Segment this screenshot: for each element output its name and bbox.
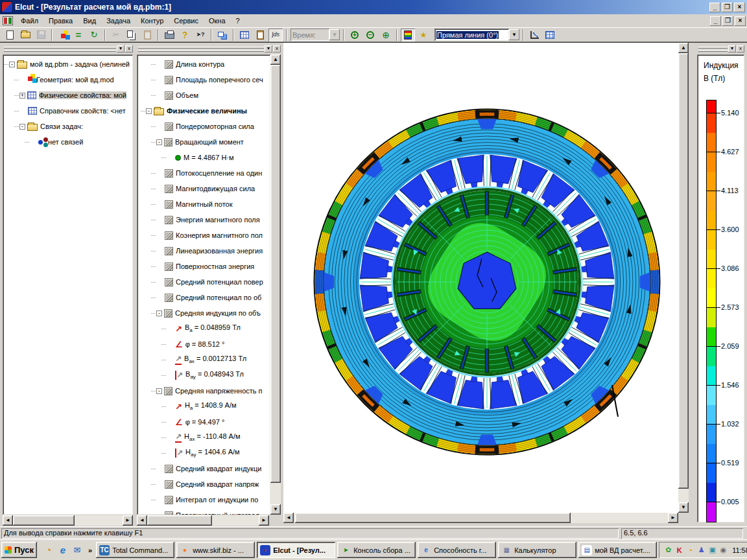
panel-close-icon[interactable]: x [125,45,133,52]
panel-grip[interactable] [698,47,728,49]
menu-item-4[interactable]: Задача [101,15,136,27]
volume-icon[interactable]: ◉ [718,545,728,555]
internet-explorer-icon[interactable]: e [57,544,69,556]
panel-menu-icon[interactable]: ▾ [728,45,736,52]
problem-hscrollbar[interactable]: ◄ ► [3,515,133,526]
close-button[interactable]: × [734,3,745,12]
results-tree-item[interactable]: Длина контура [141,56,270,72]
open-button[interactable] [18,29,32,41]
legend-panel-header[interactable]: ▾ x [697,45,744,53]
print-button[interactable] [162,29,176,41]
results-tree-item[interactable]: Интеграл от индукции по [141,492,270,508]
mdi-minimize-button[interactable]: _ [710,16,721,26]
scroll-up-icon[interactable]: ▲ [270,54,281,65]
field-picture-button[interactable] [401,29,415,41]
mdi-restore-button[interactable]: ❐ [722,16,733,26]
results-vscrollbar[interactable]: ▲ ▼ [270,54,281,515]
messenger-icon[interactable]: ♟ [696,545,706,555]
collapse-minus-icon[interactable]: - [156,310,162,316]
results-tree-item[interactable]: Поверхностная энергия [141,259,270,274]
chevron-down-icon[interactable]: ▼ [509,29,519,40]
save-button[interactable] [34,29,48,41]
results-tree-item[interactable]: Потокосцепление на один [141,165,270,181]
collapse-minus-icon[interactable]: - [19,124,25,130]
results-tree-item[interactable]: ↗Bay = 0.048943 Тл [141,368,270,383]
results-tree-item[interactable]: Площадь поперечного сеч [141,72,270,88]
scroll-left-icon[interactable]: ◄ [283,513,294,523]
zoom-extents-button[interactable]: ⊕ [379,29,393,41]
scroll-thumb[interactable] [678,53,689,489]
expand-plus-icon[interactable]: + [19,93,25,99]
results-tree-item[interactable]: -Физические величины [141,103,270,119]
scroll-thumb[interactable] [147,515,212,526]
results-tree-item[interactable]: ↗Ha = 1408.9 А/м [141,399,270,414]
menu-item-8[interactable]: ? [231,15,245,27]
results-tree-item[interactable]: ↗Bax = 0.0012713 Тл [141,352,270,368]
problem-tree-item[interactable]: Справочник свойств: <нет [4,103,133,119]
results-tree-item[interactable]: Энергия магнитного поля [141,212,270,228]
results-tree-item[interactable]: Средний потенциал повер [141,274,270,290]
results-tree-item[interactable]: Поверхностный интеграл [141,508,270,515]
results-hscrollbar[interactable]: ◄ ► [137,515,269,526]
problem-tree-item[interactable]: нет связей [4,134,133,150]
task-button[interactable]: eСпособность г... [418,542,496,558]
panel-grip[interactable] [698,50,728,52]
task-button[interactable]: TCTotal Command... [96,542,174,558]
restore-button[interactable]: ❐ [722,3,733,12]
network-monitor-icon[interactable]: ▣ [707,545,717,555]
results-tree-item[interactable]: Коэнергия магнитного пол [141,228,270,243]
zoom-in-button[interactable]: + [348,29,362,41]
results-tree-item[interactable]: Магнитодвижущая сила [141,181,270,196]
copy-button[interactable] [124,29,139,41]
task-button[interactable]: ➤Консоль сбора ... [337,542,416,558]
menu-item-6[interactable]: Сервис [169,15,204,27]
problem-tree-item[interactable]: -мой вд.pbm - задача (нелиней [4,56,133,72]
scroll-right-icon[interactable]: ► [259,515,269,526]
kaspersky-icon[interactable]: K [674,545,684,555]
menu-item-7[interactable]: Окна [204,15,231,27]
table-button[interactable] [543,29,557,41]
results-tree-item[interactable]: -Средняя напряженность п [141,383,270,399]
outlook-express-icon[interactable]: ✉ [71,544,83,556]
collapse-minus-icon[interactable]: - [9,62,15,67]
results-tree-item[interactable]: ∠φ = 94.497 ° [141,414,270,430]
scroll-left-icon[interactable]: ◄ [3,515,13,526]
results-tree-item[interactable]: -Вращающий момент [141,134,270,150]
calc-table-button[interactable] [237,29,252,41]
collapse-minus-icon[interactable]: - [156,388,162,394]
problem-tree-item[interactable]: -Связи задач: [4,119,133,134]
panel-close-icon[interactable]: x [273,45,281,52]
results-tree-item[interactable]: Объем [141,88,270,103]
field-plot[interactable] [283,43,678,513]
document-icon[interactable] [3,16,13,25]
results-tree-item[interactable]: Пондеромоторная сила [141,119,270,134]
scroll-thumb[interactable] [13,515,75,526]
panel-grip[interactable] [138,50,264,52]
menu-item-2[interactable]: Правка [43,15,78,27]
results-tree-item[interactable]: Магнитный поток [141,196,270,212]
paste-button[interactable] [140,29,154,41]
collapse-minus-icon[interactable]: - [146,108,152,114]
postprocessor-button[interactable]: ↻ [87,29,101,41]
minimize-button[interactable]: _ [709,3,720,12]
problem-tree-item[interactable]: Геометрия: мой вд.mod [4,72,133,88]
view-vscrollbar[interactable]: ▲ ▼ [678,43,689,513]
panel-close-icon[interactable]: x [737,45,744,52]
mail-agent-icon[interactable]: ◔ [43,544,54,556]
scroll-left-icon[interactable]: ◄ [137,515,147,526]
solve-button[interactable]: = [71,29,86,41]
menu-item-5[interactable]: Контур [136,15,169,27]
task-button[interactable]: ▦Калькулятор [498,542,576,558]
start-button[interactable]: Пуск [1,542,37,558]
task-button[interactable]: ●www.skif.biz - ... [176,542,255,558]
problem-tree-item[interactable]: +Физические свойства: мой [4,88,133,103]
panel-grip[interactable] [4,50,116,52]
cut-button[interactable]: ✂ [109,29,123,41]
integral-button[interactable]: ∫ds [268,29,283,41]
task-button[interactable]: ◖Elcut - [Резул... [257,542,335,558]
results-tree-item[interactable]: Средний квадрат напряж [141,476,270,492]
scroll-thumb[interactable] [295,513,571,523]
collapse-minus-icon[interactable]: - [156,139,162,145]
view-hscrollbar[interactable]: ◄ ► [283,513,678,523]
contour-line-selector[interactable]: Прямая линия (0°)▼ [434,29,519,41]
